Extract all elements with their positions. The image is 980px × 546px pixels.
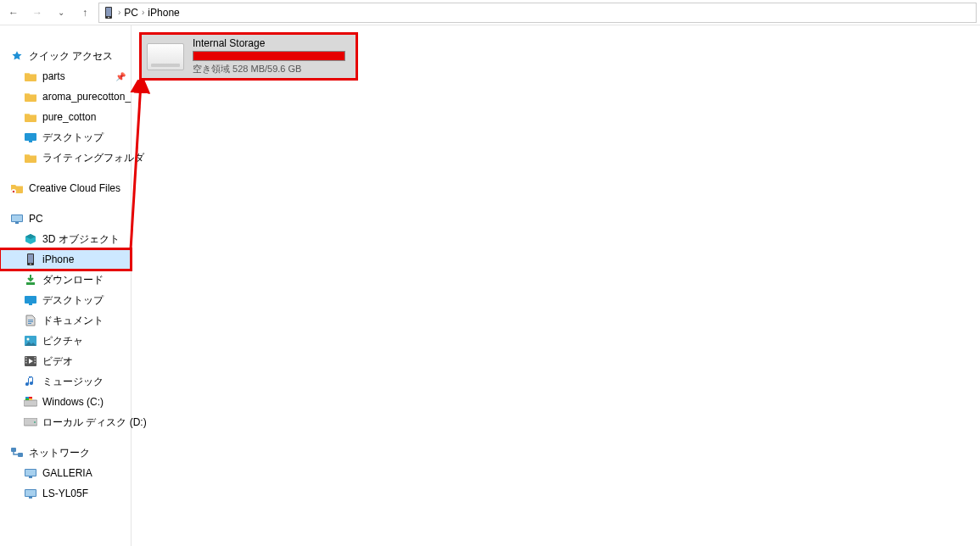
svg-rect-14 xyxy=(29,304,32,305)
chevron-down-icon: ⌄ xyxy=(58,8,64,17)
tree-item-desktop[interactable]: デスクトップ xyxy=(0,290,131,310)
tree-label: LS-YL05F xyxy=(42,488,88,499)
svg-rect-28 xyxy=(29,398,32,400)
tree-label: ダウンロード xyxy=(42,273,104,287)
computer-icon xyxy=(24,487,37,500)
tree-label: ビデオ xyxy=(42,354,73,369)
tree-label: iPhone xyxy=(42,254,74,265)
svg-point-2 xyxy=(108,16,109,18)
tree-label: 3D オブジェクト xyxy=(42,232,120,247)
breadcrumb-item-pc[interactable]: PC xyxy=(124,7,138,19)
pc-icon xyxy=(10,212,24,226)
svg-rect-12 xyxy=(26,282,35,285)
svg-rect-10 xyxy=(28,254,33,263)
tree-item-drive-d[interactable]: ローカル ディスク (D:) xyxy=(0,412,131,432)
svg-point-11 xyxy=(30,264,31,265)
svg-line-39 xyxy=(131,83,141,249)
download-icon xyxy=(24,273,37,287)
svg-rect-3 xyxy=(25,133,36,141)
svg-rect-19 xyxy=(25,359,27,361)
svg-point-16 xyxy=(27,338,30,341)
svg-rect-21 xyxy=(35,357,36,359)
tree-item-videos[interactable]: ビデオ xyxy=(0,351,131,371)
nav-tree: クイック アクセス parts 📌 aroma_purecotton_ pure… xyxy=(0,25,132,546)
breadcrumb-separator-icon: › xyxy=(118,8,120,17)
tree-item-documents[interactable]: ドキュメント xyxy=(0,310,131,331)
tree-item-iphone[interactable]: iPhone xyxy=(0,249,131,270)
tree-item-galleria[interactable]: GALLERIA xyxy=(0,463,131,483)
tree-label: PC xyxy=(29,213,43,225)
video-icon xyxy=(24,354,37,368)
drive-icon xyxy=(24,395,37,409)
folder-icon xyxy=(24,70,37,83)
svg-rect-34 xyxy=(25,470,36,476)
network-icon xyxy=(10,446,24,460)
arrow-up-icon: ↑ xyxy=(82,7,87,19)
svg-rect-4 xyxy=(29,141,32,142)
tree-item-3dobjects[interactable]: 3D オブジェクト xyxy=(0,229,131,249)
tree-label: aroma_purecotton_ xyxy=(42,91,131,103)
tree-item-downloads[interactable]: ダウンロード xyxy=(0,270,131,290)
nav-back-button[interactable]: ← xyxy=(3,3,24,23)
annotation-arrow-icon xyxy=(127,80,153,258)
cube-icon xyxy=(24,232,37,246)
svg-rect-23 xyxy=(35,362,36,364)
svg-rect-7 xyxy=(12,215,22,221)
svg-rect-35 xyxy=(29,476,32,478)
svg-point-30 xyxy=(34,421,36,423)
nav-recent-dropdown[interactable]: ⌄ xyxy=(51,3,71,23)
tree-creative-cloud[interactable]: Creative Cloud Files xyxy=(0,178,131,198)
star-icon xyxy=(10,49,24,63)
folder-icon xyxy=(24,110,37,124)
address-bar: ← → ⌄ ↑ › PC › iPhone xyxy=(0,0,980,25)
tree-item-lsyl05f[interactable]: LS-YL05F xyxy=(0,483,131,504)
tree-label: デスクトップ xyxy=(42,293,104,308)
drive-info: Internal Storage 空き領域 528 MB/59.6 GB xyxy=(193,37,345,75)
svg-rect-1 xyxy=(106,8,111,16)
svg-rect-22 xyxy=(35,359,36,361)
drive-tile-internal-storage[interactable]: Internal Storage 空き領域 528 MB/59.6 GB xyxy=(139,32,358,81)
svg-rect-20 xyxy=(25,362,27,364)
tree-network[interactable]: ネットワーク xyxy=(0,443,131,463)
tree-quick-access[interactable]: クイック アクセス xyxy=(0,46,131,66)
nav-up-button[interactable]: ↑ xyxy=(75,3,95,23)
tree-item-aroma[interactable]: aroma_purecotton_ xyxy=(0,86,131,107)
tree-label: parts xyxy=(42,70,65,82)
tree-item-pictures[interactable]: ピクチャ xyxy=(0,331,131,351)
drive-icon xyxy=(24,415,37,429)
storage-drive-icon xyxy=(147,43,184,70)
folder-icon xyxy=(24,90,37,103)
drive-subtitle: 空き領域 528 MB/59.6 GB xyxy=(193,63,345,75)
tree-item-writing[interactable]: ライティングフォルダ xyxy=(0,148,131,168)
tree-item-parts[interactable]: parts 📌 xyxy=(0,66,131,86)
tree-label: Windows (C:) xyxy=(42,396,104,408)
svg-rect-27 xyxy=(25,398,29,400)
desktop-icon xyxy=(24,131,37,144)
computer-icon xyxy=(24,466,37,480)
breadcrumb-separator-icon: › xyxy=(142,8,144,17)
tree-pc[interactable]: PC xyxy=(0,209,131,229)
device-phone-icon xyxy=(24,253,37,266)
breadcrumb[interactable]: › PC › iPhone xyxy=(98,3,977,23)
tree-label: クイック アクセス xyxy=(29,49,113,64)
tree-item-desktop-qa[interactable]: デスクトップ xyxy=(0,127,131,148)
tree-label: ピクチャ xyxy=(42,334,83,348)
tree-label: pure_cotton xyxy=(42,111,96,123)
device-phone-icon xyxy=(103,7,115,19)
tree-label: Creative Cloud Files xyxy=(29,182,120,194)
nav-forward-button[interactable]: → xyxy=(27,3,48,23)
breadcrumb-item-current[interactable]: iPhone xyxy=(148,7,179,19)
picture-icon xyxy=(24,334,37,348)
tree-label: ミュージック xyxy=(42,375,104,389)
svg-rect-31 xyxy=(11,448,16,452)
svg-rect-24 xyxy=(24,400,37,406)
svg-rect-8 xyxy=(15,222,19,224)
tree-item-drive-c[interactable]: Windows (C:) xyxy=(0,392,131,412)
tree-item-music[interactable]: ミュージック xyxy=(0,371,131,392)
tree-label: ドキュメント xyxy=(42,314,104,328)
tree-item-purecotton[interactable]: pure_cotton xyxy=(0,107,131,127)
svg-rect-37 xyxy=(25,490,36,496)
tree-label: ライティングフォルダ xyxy=(42,151,144,165)
arrow-right-icon: → xyxy=(32,7,42,19)
music-icon xyxy=(24,375,37,388)
